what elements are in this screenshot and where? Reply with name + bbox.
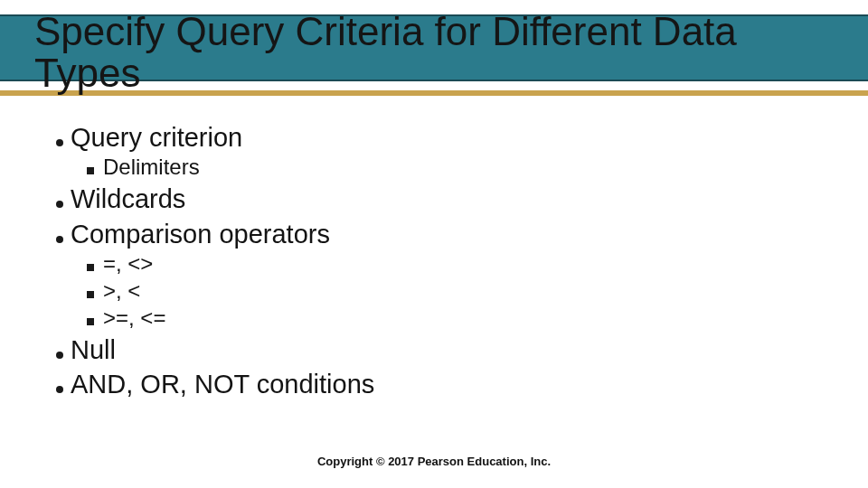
list-item: AND, OR, NOT conditions xyxy=(56,368,816,400)
list-item: Query criterion xyxy=(56,121,816,154)
bullet-square-icon xyxy=(87,264,94,271)
list-item: Null xyxy=(56,333,816,366)
bullet-text: Null xyxy=(71,333,116,366)
list-item: =, <> xyxy=(87,250,816,277)
slide-body: Query criterion Delimiters Wildcards Com… xyxy=(56,119,816,400)
list-item: >, < xyxy=(87,277,816,305)
list-item: Wildcards xyxy=(56,183,816,215)
list-item: Comparison operators xyxy=(56,218,816,250)
slide-title: Specify Query Criteria for Different Dat… xyxy=(34,11,830,94)
bullet-square-icon xyxy=(87,167,94,174)
bullet-dot-icon xyxy=(56,139,63,146)
bullet-square-icon xyxy=(87,318,94,325)
bullet-text: >=, <= xyxy=(103,305,165,332)
bullet-dot-icon xyxy=(56,386,63,393)
bullet-text: Wildcards xyxy=(71,183,185,215)
bullet-text: Delimiters xyxy=(103,154,200,181)
list-item: >=, <= xyxy=(87,305,816,332)
bullet-text: >, < xyxy=(103,277,140,305)
bullet-dot-icon xyxy=(56,352,63,359)
bullet-square-icon xyxy=(87,291,94,298)
bullet-dot-icon xyxy=(56,201,63,208)
copyright-footer: Copyright © 2017 Pearson Education, Inc. xyxy=(0,455,868,468)
bullet-text: Comparison operators xyxy=(71,218,330,250)
bullet-text: =, <> xyxy=(103,250,153,277)
list-item: Delimiters xyxy=(87,154,816,181)
bullet-dot-icon xyxy=(56,236,63,243)
bullet-text: AND, OR, NOT conditions xyxy=(71,368,374,400)
bullet-text: Query criterion xyxy=(71,121,242,154)
